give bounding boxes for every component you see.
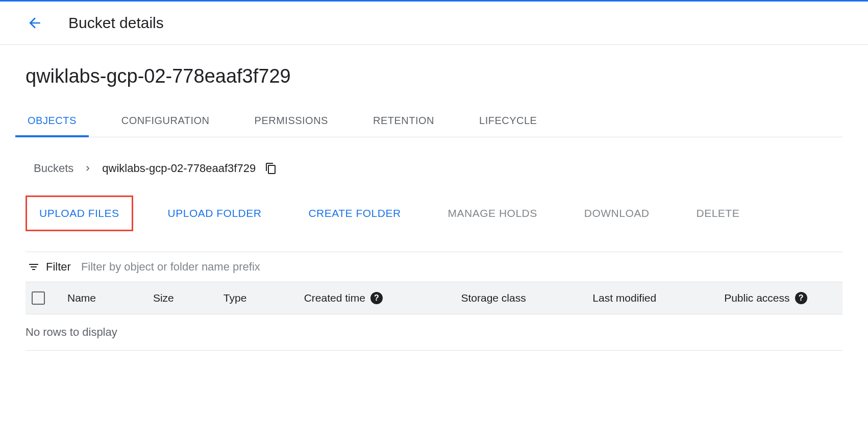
filter-label: Filter xyxy=(46,260,71,274)
tab-permissions[interactable]: PERMISSIONS xyxy=(253,106,330,137)
back-button[interactable] xyxy=(26,14,44,32)
breadcrumb: Buckets qwiklabs-gcp-02-778eaaf3f729 xyxy=(26,162,842,175)
column-header-public[interactable]: Public access ? xyxy=(724,292,836,304)
tab-bar: OBJECTS CONFIGURATION PERMISSIONS RETENT… xyxy=(26,106,842,137)
page-title: Bucket details xyxy=(68,14,164,32)
copy-icon xyxy=(265,162,277,175)
breadcrumb-root[interactable]: Buckets xyxy=(34,162,73,175)
tab-lifecycle[interactable]: LIFECYCLE xyxy=(477,106,539,137)
column-header-created[interactable]: Created time ? xyxy=(304,292,457,304)
column-header-modified[interactable]: Last modified xyxy=(592,292,720,304)
chevron-right-icon xyxy=(83,163,93,174)
tab-objects[interactable]: OBJECTS xyxy=(26,106,79,137)
column-header-name[interactable]: Name xyxy=(67,292,149,304)
help-icon[interactable]: ? xyxy=(795,292,807,304)
filter-bar: Filter xyxy=(26,252,842,282)
tab-configuration[interactable]: CONFIGURATION xyxy=(119,106,212,137)
filter-label-group: Filter xyxy=(28,260,71,274)
column-header-size[interactable]: Size xyxy=(153,292,219,304)
column-header-created-label: Created time xyxy=(304,292,365,304)
copy-button[interactable] xyxy=(265,162,277,175)
filter-input[interactable] xyxy=(81,260,840,274)
breadcrumb-current: qwiklabs-gcp-02-778eaaf3f729 xyxy=(102,162,256,175)
create-folder-button[interactable]: CREATE FOLDER xyxy=(296,195,413,231)
arrow-left-icon xyxy=(27,15,43,31)
upload-files-button[interactable]: UPLOAD FILES xyxy=(26,195,133,231)
objects-tab-content: Buckets qwiklabs-gcp-02-778eaaf3f729 UPL… xyxy=(26,137,842,351)
tab-retention[interactable]: RETENTION xyxy=(371,106,436,137)
action-toolbar: UPLOAD FILES UPLOAD FOLDER CREATE FOLDER… xyxy=(26,195,842,231)
select-all-checkbox[interactable] xyxy=(32,291,45,305)
help-icon[interactable]: ? xyxy=(370,292,383,304)
download-button[interactable]: DOWNLOAD xyxy=(572,195,662,231)
page-header: Bucket details xyxy=(0,2,868,45)
upload-folder-button[interactable]: UPLOAD FOLDER xyxy=(156,195,274,231)
delete-button[interactable]: DELETE xyxy=(684,195,752,231)
bucket-name-heading: qwiklabs-gcp-02-778eaaf3f729 xyxy=(26,65,842,87)
column-header-type[interactable]: Type xyxy=(224,292,300,304)
main-content: qwiklabs-gcp-02-778eaaf3f729 OBJECTS CON… xyxy=(0,45,868,351)
column-header-storage[interactable]: Storage class xyxy=(461,292,588,304)
table-empty-state: No rows to display xyxy=(26,314,842,351)
manage-holds-button[interactable]: MANAGE HOLDS xyxy=(436,195,550,231)
table-header-row: Name Size Type Created time ? Storage cl… xyxy=(26,282,842,314)
column-header-public-label: Public access xyxy=(724,292,789,304)
filter-icon xyxy=(28,261,40,273)
